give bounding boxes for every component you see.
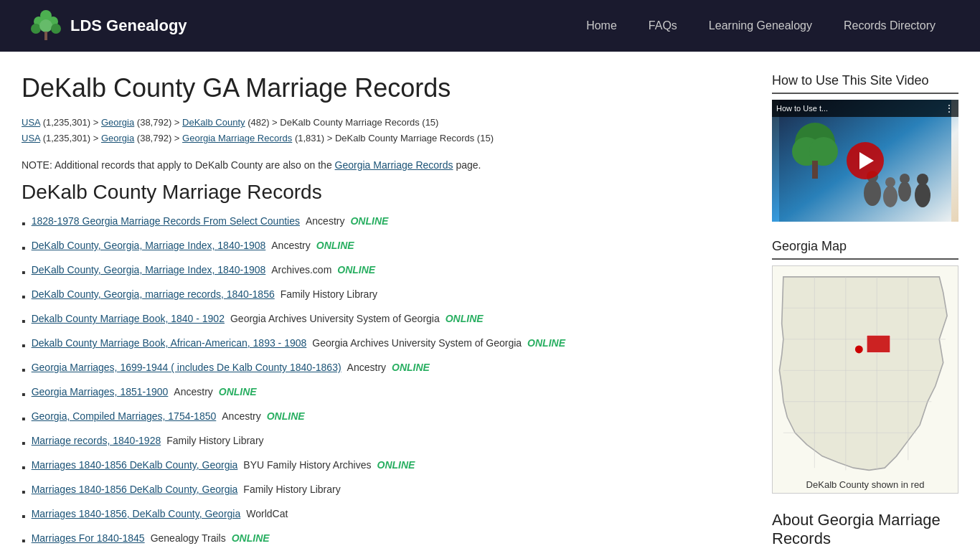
online-badge-5: ONLINE xyxy=(527,336,565,351)
record-link-5[interactable]: Dekalb County Marriage Book, African-Ame… xyxy=(32,336,307,351)
list-item: DeKalb County, Georgia, Marriage Index, … xyxy=(22,238,750,257)
list-item: Georgia Marriages, 1699-1944 ( includes … xyxy=(22,360,750,379)
record-source-11: Family History Library xyxy=(243,482,340,497)
record-link-7[interactable]: Georgia Marriages, 1851-1900 xyxy=(32,385,169,400)
breadcrumb-usa-2[interactable]: USA xyxy=(22,133,40,143)
list-item: Marriages 1840-1856 DeKalb County, Georg… xyxy=(22,458,750,476)
svg-point-4 xyxy=(39,19,52,32)
list-item: Marriages 1840-1856, DeKalb County, Geor… xyxy=(22,507,750,525)
breadcrumb-sep-4: (1,235,301) > xyxy=(43,133,101,143)
page-title: DeKalb County GA Marriage Records xyxy=(22,73,750,103)
video-section-title: How to Use This Site Video xyxy=(772,73,958,94)
breadcrumb-sep-6: (1,831) > DeKalb County Marriage Records… xyxy=(295,133,494,143)
video-overlay xyxy=(772,100,958,222)
online-badge-13: ONLINE xyxy=(232,531,270,546)
online-badge-0: ONLINE xyxy=(350,214,388,229)
list-item: 1828-1978 Georgia Marriage Records From … xyxy=(22,214,750,232)
record-link-9[interactable]: Marriage records, 1840-1928 xyxy=(32,433,161,448)
svg-point-31 xyxy=(855,346,863,354)
record-source-1: Ancestry xyxy=(271,238,310,253)
georgia-map-svg xyxy=(776,269,955,472)
about-section: About Georgia Marriage Records Marriage … xyxy=(772,511,958,551)
record-link-2[interactable]: DeKalb County, Georgia, Marriage Index, … xyxy=(32,263,266,278)
online-badge-2: ONLINE xyxy=(337,263,375,278)
record-link-8[interactable]: Georgia, Compiled Marriages, 1754-1850 xyxy=(32,409,217,424)
breadcrumb-sep-2: (38,792) > xyxy=(137,117,182,128)
list-item: DeKalb County, Georgia, marriage records… xyxy=(22,287,750,306)
list-item: Marriages For 1840-1845 Genealogy Trails… xyxy=(22,531,750,550)
record-link-10[interactable]: Marriages 1840-1856 DeKalb County, Georg… xyxy=(32,458,238,473)
map-container: DeKalb County shown in red xyxy=(772,265,958,494)
main-nav: Home FAQs Learning Genealogy Records Dir… xyxy=(570,0,951,52)
main-content: DeKalb County GA Marriage Records USA (1… xyxy=(22,73,750,551)
note-suffix: page. xyxy=(456,159,481,171)
logo-tree-icon xyxy=(29,9,63,43)
page-wrapper: DeKalb County GA Marriage Records USA (1… xyxy=(0,52,980,551)
breadcrumb-ga-marriage[interactable]: Georgia Marriage Records xyxy=(182,133,292,143)
record-source-10: BYU Family History Archives xyxy=(243,458,371,473)
list-item: Dekalb County Marriage Book, 1840 - 1902… xyxy=(22,311,750,330)
about-section-title: About Georgia Marriage Records xyxy=(772,511,958,551)
svg-point-5 xyxy=(51,24,61,34)
record-source-0: Ancestry xyxy=(306,214,344,229)
breadcrumbs: USA (1,235,301) > Georgia (38,792) > DeK… xyxy=(22,115,750,146)
map-caption: DeKalb County shown in red xyxy=(776,479,955,490)
record-source-6: Ancestry xyxy=(347,360,386,375)
record-source-8: Ancestry xyxy=(222,409,260,424)
breadcrumb-sep-3: (482) > DeKalb County Marriage Records (… xyxy=(248,117,438,128)
record-link-13[interactable]: Marriages For 1840-1845 xyxy=(32,531,145,546)
nav-records[interactable]: Records Directory xyxy=(828,0,951,52)
record-link-6[interactable]: Georgia Marriages, 1699-1944 ( includes … xyxy=(32,360,341,375)
record-source-9: Family History Library xyxy=(166,433,263,448)
video-section: How to Use This Site Video xyxy=(772,73,958,222)
record-link-0[interactable]: 1828-1978 Georgia Marriage Records From … xyxy=(32,214,300,229)
list-item: Georgia Marriages, 1851-1900 Ancestry ON… xyxy=(22,385,750,403)
breadcrumb-dekalb[interactable]: DeKalb County xyxy=(182,117,245,128)
nav-home[interactable]: Home xyxy=(570,0,633,52)
record-link-12[interactable]: Marriages 1840-1856, DeKalb County, Geor… xyxy=(32,507,241,522)
record-source-12: WorldCat xyxy=(246,507,288,522)
svg-rect-6 xyxy=(44,32,47,40)
record-link-4[interactable]: Dekalb County Marriage Book, 1840 - 1902 xyxy=(32,311,225,326)
breadcrumb-georgia-2[interactable]: Georgia xyxy=(101,133,134,143)
records-section-title: DeKalb County Marriage Records xyxy=(22,181,750,204)
record-link-3[interactable]: DeKalb County, Georgia, marriage records… xyxy=(32,287,275,302)
record-link-11[interactable]: Marriages 1840-1856 DeKalb County, Georg… xyxy=(32,482,238,497)
record-source-13: Genealogy Trails xyxy=(151,531,226,546)
breadcrumb-line-2: USA (1,235,301) > Georgia (38,792) > Geo… xyxy=(22,131,750,146)
svg-rect-30 xyxy=(867,335,890,352)
svg-point-3 xyxy=(31,24,41,34)
record-source-2: Archives.com xyxy=(271,263,331,278)
map-section-title: Georgia Map xyxy=(772,239,958,260)
online-badge-8: ONLINE xyxy=(267,409,305,424)
record-source-7: Ancestry xyxy=(174,385,212,400)
breadcrumb-georgia-1[interactable]: Georgia xyxy=(101,117,134,128)
nav-learning[interactable]: Learning Genealogy xyxy=(693,0,828,52)
list-item: Marriage records, 1840-1928 Family Histo… xyxy=(22,433,750,452)
breadcrumb-line-1: USA (1,235,301) > Georgia (38,792) > DeK… xyxy=(22,115,750,131)
video-thumbnail[interactable]: How to Use t... ⋮ xyxy=(772,100,958,222)
online-badge-7: ONLINE xyxy=(219,385,257,400)
record-link-1[interactable]: DeKalb County, Georgia, Marriage Index, … xyxy=(32,238,266,253)
record-source-4: Georgia Archives University System of Ge… xyxy=(230,311,440,326)
breadcrumb-usa-1[interactable]: USA xyxy=(22,117,40,128)
nav-faqs[interactable]: FAQs xyxy=(633,0,693,52)
map-section: Georgia Map xyxy=(772,239,958,494)
online-badge-4: ONLINE xyxy=(446,311,484,326)
note-link[interactable]: Georgia Marriage Records xyxy=(335,159,453,171)
site-header: LDS Genealogy Home FAQs Learning Genealo… xyxy=(0,0,980,52)
breadcrumb-sep-5: (38,792) > xyxy=(137,133,182,143)
logo-area[interactable]: LDS Genealogy xyxy=(29,9,187,43)
sidebar: How to Use This Site Video xyxy=(772,73,958,551)
list-item: Marriages 1840-1856 DeKalb County, Georg… xyxy=(22,482,750,501)
list-item: Dekalb County Marriage Book, African-Ame… xyxy=(22,336,750,354)
record-source-5: Georgia Archives University System of Ge… xyxy=(312,336,522,351)
list-item: Georgia, Compiled Marriages, 1754-1850 A… xyxy=(22,409,750,428)
online-badge-6: ONLINE xyxy=(392,360,430,375)
play-button[interactable] xyxy=(847,142,884,179)
note-prefix: NOTE: Additional records that apply to D… xyxy=(22,159,332,171)
record-source-3: Family History Library xyxy=(281,287,377,302)
online-badge-1: ONLINE xyxy=(316,238,354,253)
records-list: 1828-1978 Georgia Marriage Records From … xyxy=(22,214,750,550)
logo-text: LDS Genealogy xyxy=(70,17,187,35)
